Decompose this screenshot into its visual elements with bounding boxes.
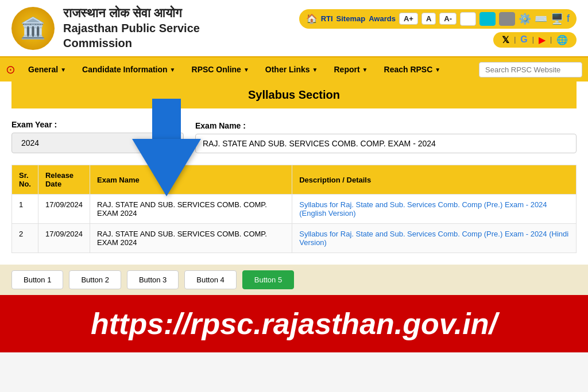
cell-exam-1: RAJ. STATE AND SUB. SERVICES COMB. COMP.… — [90, 195, 292, 224]
results-table: Sr.No. ReleaseDate Exam Name Description… — [11, 165, 577, 253]
candidate-caret: ▼ — [170, 67, 176, 73]
top-toolbar: 🏠 RTI Sitemap Awards A+ A A- ⚙️ ⌨️ 🖥️ f — [299, 9, 577, 29]
cell-desc-2[interactable]: Syllabus for Raj. State and Sub. Service… — [292, 224, 577, 253]
monitor-icon[interactable]: 🖥️ — [551, 13, 563, 25]
globe-icon[interactable]: 🌐 — [556, 34, 568, 45]
main-navbar: ⊙ General ▼ Candidate Information ▼ RPSC… — [0, 56, 588, 81]
hindi-title: राजस्थान लोक सेवा आयोग — [63, 6, 200, 21]
table-row: 1 17/09/2024 RAJ. STATE AND SUB. SERVICE… — [12, 195, 577, 224]
cyan-theme-button[interactable] — [479, 12, 496, 26]
nav-reach-rpsc[interactable]: Reach RPSC ▼ — [376, 57, 449, 81]
white-theme-button[interactable] — [460, 12, 476, 26]
font-normal-button[interactable]: A — [421, 13, 436, 25]
social-toolbar: 𝕏 | G | ▶ | 🌐 — [493, 32, 577, 48]
awards-link[interactable]: Awards — [369, 14, 396, 23]
bottom-buttons-area: Button 1 Button 2 Button 3 Button 4 Butt… — [0, 265, 588, 295]
bottom-btn-3[interactable]: Button 3 — [127, 270, 179, 289]
col-exam-name: Exam Name — [90, 165, 292, 195]
facebook-icon[interactable]: f — [567, 13, 570, 25]
general-caret: ▼ — [60, 67, 66, 73]
settings-icon[interactable]: ⚙️ — [519, 13, 531, 25]
site-header: 🏛️ राजस्थान लोक सेवा आयोग Rajasthan Publ… — [0, 0, 588, 56]
nav-report[interactable]: Report ▼ — [326, 57, 376, 81]
filter-form: Exam Year : 2024 Exam Name : — [11, 120, 577, 153]
english-title: Rajasthan Public Service Commission — [63, 21, 200, 51]
nav-candidate-information[interactable]: Candidate Information ▼ — [74, 57, 183, 81]
report-caret: ▼ — [362, 67, 368, 73]
col-description: Description / Details — [292, 165, 577, 195]
twitter-icon[interactable]: 𝕏 — [502, 34, 509, 45]
exam-year-group: Exam Year : 2024 — [11, 120, 184, 153]
bottom-btn-4[interactable]: Button 4 — [184, 270, 236, 289]
header-right: 🏠 RTI Sitemap Awards A+ A A- ⚙️ ⌨️ 🖥️ f … — [299, 9, 577, 48]
other-links-caret: ▼ — [312, 67, 318, 73]
cell-exam-2: RAJ. STATE AND SUB. SERVICES COMB. COMP.… — [90, 224, 292, 253]
site-title: राजस्थान लोक सेवा आयोग Rajasthan Public … — [63, 6, 200, 51]
table-body: 1 17/09/2024 RAJ. STATE AND SUB. SERVICE… — [12, 195, 577, 253]
table-row: 2 17/09/2024 RAJ. STATE AND SUB. SERVICE… — [12, 224, 577, 253]
exam-name-group: Exam Name : — [195, 121, 577, 153]
url-bar: https://rpsc.rajasthan.gov.in/ — [0, 295, 588, 352]
gray-theme-button[interactable] — [499, 12, 515, 26]
cell-desc-1[interactable]: Syllabus for Raj. State and Sub. Service… — [292, 195, 577, 224]
sitemap-link[interactable]: Sitemap — [336, 14, 366, 23]
rpsc-online-caret: ▼ — [243, 67, 249, 73]
url-text: https://rpsc.rajasthan.gov.in/ — [91, 307, 497, 340]
rti-link[interactable]: RTI — [321, 14, 333, 23]
nav-general[interactable]: General ▼ — [20, 57, 74, 81]
main-content: Syllabus Section Exam Year : 2024 Exam N… — [0, 81, 588, 295]
search-input[interactable] — [479, 62, 582, 77]
keyboard-icon[interactable]: ⌨️ — [535, 13, 547, 25]
emblem-logo: 🏛️ — [11, 7, 55, 50]
nav-search-container — [479, 62, 582, 77]
nav-home-icon[interactable]: ⊙ — [6, 63, 16, 76]
exam-name-input[interactable] — [195, 134, 577, 153]
table-header-row: Sr.No. ReleaseDate Exam Name Description… — [12, 165, 577, 195]
bottom-btn-1[interactable]: Button 1 — [11, 270, 63, 289]
syllabus-title: Syllabus Section — [11, 81, 577, 108]
header-left: 🏛️ राजस्थान लोक सेवा आयोग Rajasthan Publ… — [11, 6, 200, 51]
exam-name-label: Exam Name : — [195, 121, 577, 130]
google-icon[interactable]: G — [520, 34, 527, 45]
bottom-btn-green[interactable]: Button 5 — [242, 270, 294, 289]
col-release-date: ReleaseDate — [38, 165, 90, 195]
youtube-icon[interactable]: ▶ — [539, 34, 546, 45]
home-icon[interactable]: 🏠 — [306, 13, 318, 24]
exam-year-select[interactable]: 2024 — [11, 133, 184, 153]
table-header: Sr.No. ReleaseDate Exam Name Description… — [12, 165, 577, 195]
nav-other-links[interactable]: Other Links ▼ — [257, 57, 326, 81]
cell-date-2: 17/09/2024 — [38, 224, 90, 253]
col-sr-no: Sr.No. — [12, 165, 38, 195]
exam-year-label: Exam Year : — [11, 120, 184, 129]
bottom-btn-2[interactable]: Button 2 — [69, 270, 121, 289]
font-increase-button[interactable]: A+ — [399, 13, 418, 25]
nav-rpsc-online[interactable]: RPSC Online ▼ — [184, 57, 257, 81]
cell-date-1: 17/09/2024 — [38, 195, 90, 224]
cell-sr-2: 2 — [12, 224, 38, 253]
reach-rpsc-caret: ▼ — [435, 67, 440, 73]
cell-sr-1: 1 — [12, 195, 38, 224]
font-decrease-button[interactable]: A- — [439, 13, 457, 25]
syllabus-section: Syllabus Section Exam Year : 2024 Exam N… — [0, 81, 588, 265]
